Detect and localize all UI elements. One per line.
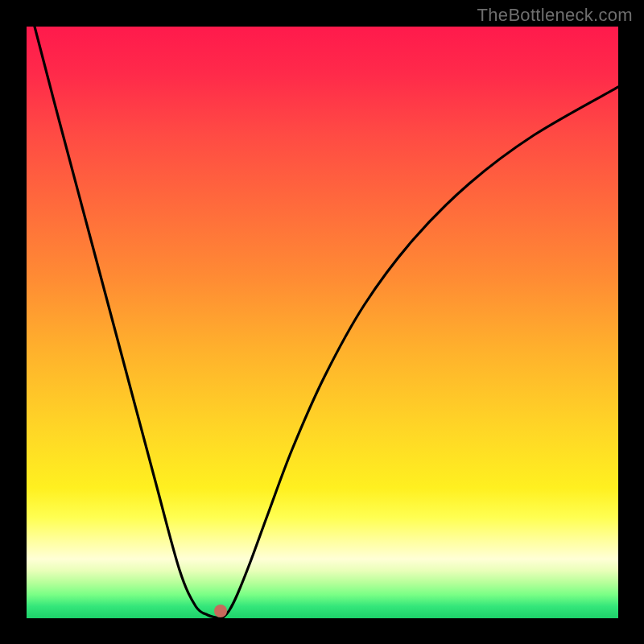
watermark-text: TheBottleneck.com xyxy=(477,5,633,26)
minimum-marker-dot xyxy=(214,605,227,617)
bottleneck-curve-path xyxy=(35,27,618,618)
chart-frame: TheBottleneck.com xyxy=(0,0,644,644)
curve-svg xyxy=(27,27,618,618)
plot-area xyxy=(27,27,618,618)
